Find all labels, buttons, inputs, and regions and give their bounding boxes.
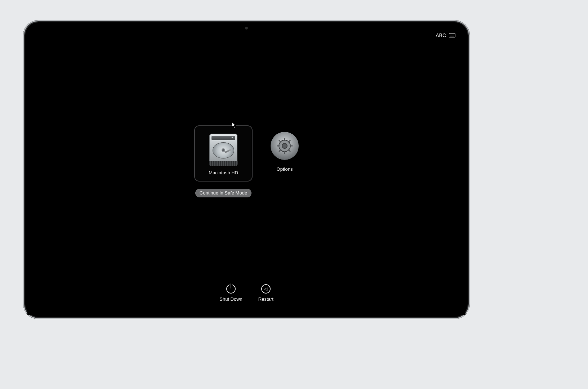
cursor-icon bbox=[232, 122, 237, 130]
bottom-actions: Shut Down ◁ Restart bbox=[27, 284, 466, 302]
gear-icon bbox=[271, 132, 299, 160]
startup-disk-tile[interactable]: Macintosh HD bbox=[194, 125, 253, 182]
startup-disk-label: Macintosh HD bbox=[209, 170, 238, 175]
power-icon bbox=[226, 284, 236, 294]
options-label: Options bbox=[277, 166, 293, 172]
svg-line-7 bbox=[288, 149, 290, 152]
camera-dot bbox=[245, 27, 248, 30]
hard-drive-icon bbox=[209, 132, 238, 165]
restart-label: Restart bbox=[258, 296, 273, 302]
shut-down-label: Shut Down bbox=[219, 296, 242, 302]
restart-icon: ◁ bbox=[261, 284, 271, 294]
svg-line-9 bbox=[279, 149, 281, 152]
boot-screen: ABC bbox=[27, 30, 466, 315]
startup-disk-item[interactable]: Macintosh HD Continue in Safe Mode bbox=[194, 125, 253, 197]
svg-point-1 bbox=[282, 143, 287, 148]
continue-safe-mode-button[interactable]: Continue in Safe Mode bbox=[195, 189, 251, 197]
laptop-frame: ABC bbox=[23, 20, 470, 319]
startup-chooser: Macintosh HD Continue in Safe Mode bbox=[194, 125, 299, 197]
svg-line-8 bbox=[288, 140, 290, 142]
shut-down-button[interactable]: Shut Down bbox=[219, 284, 242, 302]
svg-line-6 bbox=[279, 140, 281, 142]
options-item[interactable]: Options bbox=[271, 125, 299, 172]
restart-button[interactable]: ◁ Restart bbox=[258, 284, 273, 302]
